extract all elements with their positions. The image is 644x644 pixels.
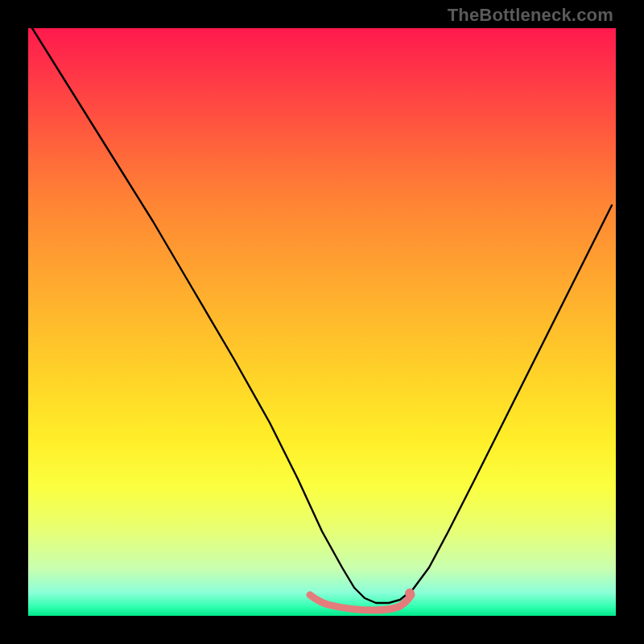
optimum-band [310,595,411,610]
chart-frame: TheBottleneck.com [0,0,644,644]
bottleneck-curve [32,28,612,603]
watermark-text: TheBottleneck.com [448,5,613,26]
optimum-band-end-dot [405,588,415,598]
curve-svg [28,28,616,616]
plot-area [28,28,616,616]
